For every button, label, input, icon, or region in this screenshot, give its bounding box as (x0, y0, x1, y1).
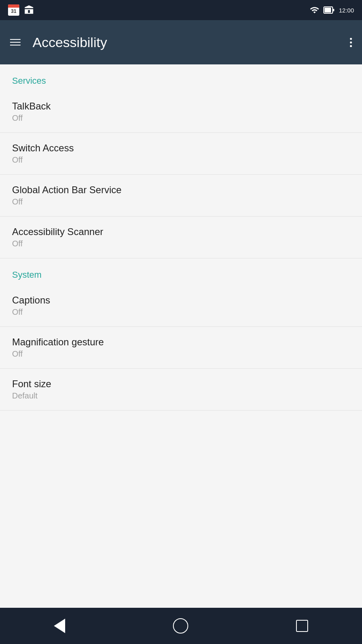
calendar-icon: 31 (8, 4, 19, 16)
font-size-item[interactable]: Font size Default (0, 369, 362, 411)
talkback-item[interactable]: TalkBack Off (0, 91, 362, 133)
app-bar: Accessibility (0, 20, 362, 64)
magnification-gesture-title: Magnification gesture (12, 336, 350, 348)
global-action-bar-title: Global Action Bar Service (12, 184, 350, 196)
global-action-bar-subtitle: Off (12, 197, 350, 206)
status-bar-right: 12:00 (310, 5, 354, 15)
time-display: 12:00 (339, 7, 354, 14)
captions-subtitle: Off (12, 308, 350, 317)
home-icon (173, 618, 188, 634)
recents-icon (296, 620, 308, 632)
battery-icon (323, 5, 335, 15)
recents-button[interactable] (296, 620, 308, 632)
svg-rect-1 (325, 8, 331, 12)
talkback-title: TalkBack (12, 101, 350, 112)
back-icon (54, 619, 65, 633)
captions-item[interactable]: Captions Off (0, 285, 362, 327)
talkback-subtitle: Off (12, 114, 350, 123)
svg-rect-2 (333, 9, 334, 11)
back-button[interactable] (54, 619, 65, 633)
font-size-title: Font size (12, 378, 350, 390)
services-section-header: Services (0, 64, 362, 91)
accessibility-scanner-item[interactable]: Accessibility Scanner Off (0, 217, 362, 258)
system-section-header: System (0, 258, 362, 285)
magnification-gesture-item[interactable]: Magnification gesture Off (0, 327, 362, 369)
switch-access-title: Switch Access (12, 142, 350, 154)
more-options-button[interactable] (350, 38, 352, 47)
settings-content: Services TalkBack Off Switch Access Off … (0, 64, 362, 608)
hamburger-menu-button[interactable] (10, 39, 21, 45)
magnification-gesture-subtitle: Off (12, 349, 350, 359)
signal-icon (310, 5, 319, 15)
switch-access-subtitle: Off (12, 155, 350, 165)
accessibility-scanner-subtitle: Off (12, 239, 350, 248)
navigation-bar (0, 608, 362, 644)
font-size-subtitle: Default (12, 391, 350, 400)
captions-title: Captions (12, 295, 350, 306)
notification-icon (23, 4, 35, 16)
home-button[interactable] (173, 618, 188, 634)
page-title: Accessibility (33, 35, 350, 50)
switch-access-item[interactable]: Switch Access Off (0, 133, 362, 175)
calendar-day: 31 (11, 8, 16, 14)
global-action-bar-item[interactable]: Global Action Bar Service Off (0, 175, 362, 217)
status-bar-left: 31 (8, 4, 35, 16)
status-bar: 31 12:00 (0, 0, 362, 20)
accessibility-scanner-title: Accessibility Scanner (12, 226, 350, 237)
